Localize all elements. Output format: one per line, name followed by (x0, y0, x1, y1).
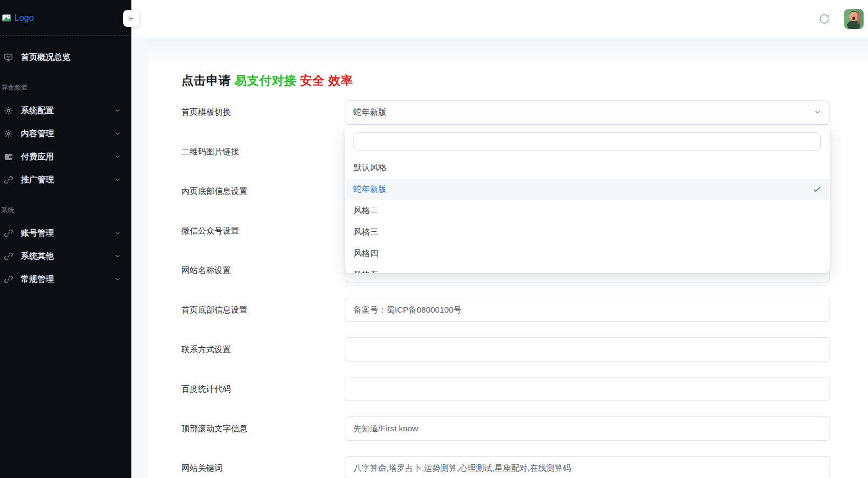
chevron-down-icon (114, 229, 121, 237)
top-header (131, 0, 868, 38)
refresh-icon[interactable] (818, 13, 831, 25)
promo-heading: 点击申请 易支付对接 安全 效率 (181, 73, 830, 89)
template-select-dropdown: 默认风格 蛇年新版 风格二 风格三 风格四 风格五 (345, 126, 830, 273)
check-icon (812, 185, 821, 194)
promo-red: 安全 效率 (296, 74, 353, 87)
link-icon (3, 252, 13, 261)
field-label: 内页底部信息设置 (181, 186, 345, 197)
template-select[interactable]: 蛇年新版 (345, 100, 830, 125)
field-label: 首页底部信息设置 (181, 305, 345, 315)
top-scroll-text-input[interactable] (345, 416, 830, 441)
site-keywords-input[interactable] (345, 456, 830, 478)
sidebar-item-home[interactable]: 首页概况总览 (0, 46, 131, 69)
sidebar-item-content-mgmt[interactable]: 内容管理 (0, 122, 131, 145)
form-row-site-keywords: 网站关键词 (181, 448, 830, 478)
gear-icon (3, 106, 13, 115)
form-row-contact-info: 联系方式设置 (181, 330, 830, 369)
dropdown-option-default-style[interactable]: 默认风格 (345, 157, 830, 179)
sidebar-section-label: 算命频道 (0, 83, 131, 92)
chevron-down-icon (114, 275, 121, 283)
chevron-down-icon (114, 252, 121, 260)
sidebar-item-label: 账号管理 (21, 228, 114, 238)
field-label: 首页模板切换 (181, 107, 345, 118)
chevron-down-icon (114, 107, 121, 114)
field-label: 网站名称设置 (181, 265, 345, 276)
sidebar-item-label: 内容管理 (21, 129, 114, 139)
sidebar-item-account-mgmt[interactable]: 账号管理 (0, 221, 131, 244)
app-window: Logo 首页概况总览 算命频道 系统配置 内容管理 (0, 0, 868, 478)
promo-green: 易支付对接 (235, 74, 297, 87)
sidebar-section-label: 系统 (0, 205, 131, 215)
field-label: 网站关键词 (181, 463, 345, 474)
contact-info-input[interactable] (345, 337, 830, 362)
dropdown-option-list: 默认风格 蛇年新版 风格二 风格三 风格四 风格五 (345, 157, 830, 273)
form-row-top-scroll-text: 顶部滚动文字信息 (181, 409, 830, 448)
baidu-analytics-input[interactable] (345, 377, 830, 401)
form-row-home-footer-info: 首页底部信息设置 (181, 290, 830, 330)
sidebar-item-label: 付费应用 (21, 152, 114, 162)
form-row-baidu-analytics: 百度统计代码 (181, 369, 830, 409)
sidebar-item-label: 系统其他 (21, 251, 114, 262)
sidebar-item-label: 首页概况总览 (21, 52, 121, 63)
sidebar-item-label: 系统配置 (21, 105, 114, 116)
sidebar-item-promotion[interactable]: 推广管理 (0, 168, 131, 191)
dropdown-option-style-5[interactable]: 风格五 (345, 264, 830, 273)
dropdown-option-style-3[interactable]: 风格三 (345, 221, 830, 243)
chevron-down-icon (114, 176, 121, 184)
field-label: 百度统计代码 (181, 384, 345, 394)
field-label: 二维码图片链接 (181, 147, 345, 157)
collapse-arrow-icon (127, 14, 135, 23)
link-icon (3, 229, 13, 238)
sidebar-collapse-button[interactable] (123, 10, 139, 27)
sidebar-item-label: 常规管理 (21, 274, 114, 285)
content-card: 点击申请 易支付对接 安全 效率 首页模板切换 蛇年新版 二维码图片链接 (148, 38, 868, 478)
field-label: 顶部滚动文字信息 (181, 424, 345, 434)
chevron-down-icon (814, 108, 822, 116)
home-footer-info-input[interactable] (345, 298, 830, 322)
sidebar-item-label: 推广管理 (21, 175, 114, 185)
chevron-down-icon (114, 130, 121, 137)
sidebar: Logo 首页概况总览 算命频道 系统配置 内容管理 (0, 0, 131, 478)
sidebar-item-system-other[interactable]: 系统其他 (0, 244, 131, 268)
dropdown-option-style-4[interactable]: 风格四 (345, 243, 830, 264)
chevron-down-icon (114, 153, 121, 160)
sidebar-item-general-mgmt[interactable]: 常规管理 (0, 268, 131, 291)
sidebar-item-system-config[interactable]: 系统配置 (0, 99, 131, 122)
field-label: 联系方式设置 (181, 344, 345, 355)
link-icon (3, 275, 13, 284)
broken-image-icon (2, 14, 12, 23)
wallet-icon (3, 153, 13, 161)
field-label: 微信公众号设置 (181, 226, 345, 236)
sidebar-item-paid-apps[interactable]: 付费应用 (0, 145, 131, 168)
select-value: 蛇年新版 (353, 107, 386, 118)
link-icon (3, 175, 13, 185)
promo-black: 点击申请 (181, 74, 235, 87)
dropdown-option-snake-year[interactable]: 蛇年新版 (345, 179, 830, 200)
sidebar-divider (0, 35, 131, 36)
logo-text: Logo (14, 13, 34, 23)
dropdown-search-input[interactable] (353, 132, 821, 151)
gear-icon (3, 129, 13, 138)
dropdown-option-style-2[interactable]: 风格二 (345, 200, 830, 221)
main-area: 点击申请 易支付对接 安全 效率 首页模板切换 蛇年新版 二维码图片链接 (131, 38, 868, 478)
option-label: 蛇年新版 (353, 184, 386, 194)
user-avatar[interactable] (844, 9, 864, 29)
monitor-icon (3, 53, 13, 62)
logo[interactable]: Logo (0, 0, 131, 35)
